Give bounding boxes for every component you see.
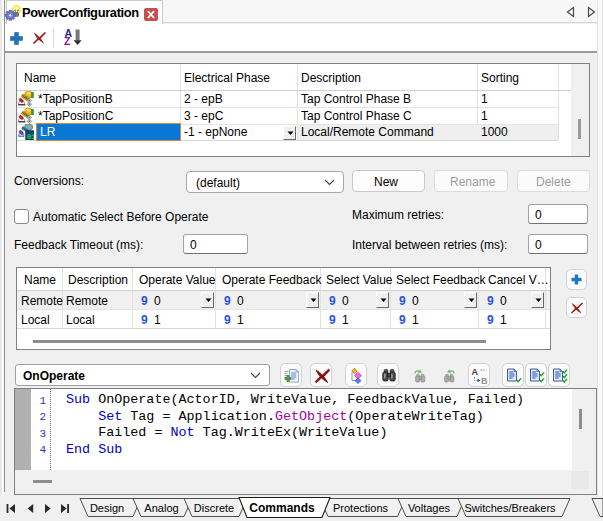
svg-text:Voltages: Voltages [408, 502, 451, 514]
svg-text:Switches/Breakers: Switches/Breakers [464, 502, 556, 514]
svg-text:B: B [481, 376, 488, 386]
svg-text:Commands: Commands [249, 501, 315, 515]
svg-text:Discrete: Discrete [194, 502, 234, 514]
svg-text:Protections: Protections [333, 502, 389, 514]
svg-text:Design: Design [90, 502, 124, 514]
svg-text:Analog: Analog [144, 502, 178, 514]
svg-text:01: 01 [27, 133, 34, 140]
svg-text:A: A [472, 367, 479, 377]
svg-text:Z: Z [64, 35, 71, 47]
